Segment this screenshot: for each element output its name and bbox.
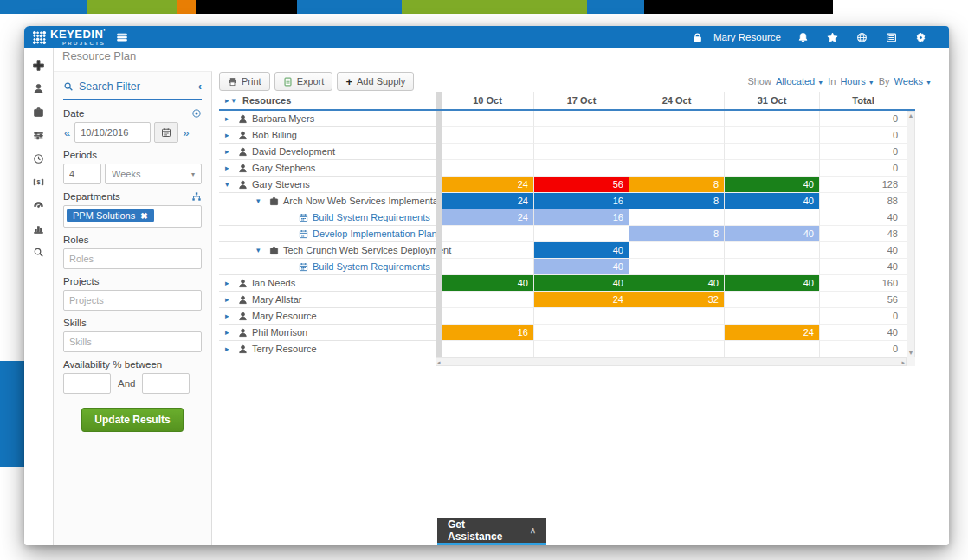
- availability-max-input[interactable]: [142, 373, 190, 394]
- allocation-cell[interactable]: [442, 111, 534, 127]
- scroll-left-icon[interactable]: ◂: [436, 358, 442, 366]
- allocation-cell[interactable]: 40: [534, 242, 629, 259]
- allocation-cell[interactable]: [534, 226, 629, 242]
- add-icon[interactable]: [24, 54, 53, 77]
- allocation-cell[interactable]: [629, 259, 725, 275]
- app-logo[interactable]: KEYEDIN’ PROJECTS: [32, 29, 106, 46]
- allocation-cell[interactable]: [725, 160, 820, 177]
- allocation-cell[interactable]: [442, 259, 534, 275]
- allocation-cell[interactable]: [534, 341, 629, 357]
- allocation-cell[interactable]: [629, 127, 725, 144]
- expand-caret-icon[interactable]: ▸: [225, 312, 238, 320]
- allocation-cell[interactable]: [725, 144, 820, 160]
- allocation-cell[interactable]: [442, 226, 534, 242]
- column-header[interactable]: 24 Oct: [629, 92, 725, 109]
- row-label-cell[interactable]: ▾Tech Crunch Web Services Deployment: [219, 242, 436, 259]
- lock-icon[interactable]: [682, 32, 712, 43]
- allocation-cell[interactable]: 16: [442, 325, 534, 341]
- bell-icon[interactable]: [788, 32, 817, 43]
- row-label[interactable]: Build System Requirements: [313, 261, 430, 272]
- prev-period-button[interactable]: «: [63, 126, 71, 139]
- date-options-icon[interactable]: [191, 108, 202, 119]
- allocation-cell[interactable]: [725, 209, 820, 226]
- allocation-cell[interactable]: 24: [442, 193, 534, 209]
- allocation-cell[interactable]: [725, 127, 820, 144]
- dashboard-icon[interactable]: [24, 194, 53, 217]
- expand-caret-icon[interactable]: ▸: [225, 328, 238, 337]
- allocation-cell[interactable]: [534, 127, 629, 144]
- list-icon[interactable]: [876, 32, 906, 43]
- filters-icon[interactable]: [24, 124, 53, 147]
- projects-input[interactable]: [63, 290, 202, 311]
- row-label-cell[interactable]: ▸Mary Allstar: [219, 292, 436, 308]
- scroll-down-icon[interactable]: ▼: [907, 349, 915, 357]
- allocation-cell[interactable]: 32: [629, 292, 725, 308]
- row-label-cell[interactable]: ▸David Development: [219, 144, 436, 160]
- add-supply-button[interactable]: + Add Supply: [337, 72, 414, 91]
- menu-icon[interactable]: [116, 31, 128, 43]
- allocation-cell[interactable]: [442, 242, 534, 259]
- allocated-dropdown[interactable]: Allocated ▼: [776, 76, 823, 87]
- skills-input[interactable]: [63, 331, 202, 352]
- row-label-cell[interactable]: Build System Requirements: [219, 259, 436, 275]
- allocation-cell[interactable]: 40: [725, 275, 820, 292]
- get-assistance-button[interactable]: Get Assistance ∧: [437, 518, 546, 545]
- row-label-cell[interactable]: ▸Barbara Myers: [219, 111, 436, 127]
- expand-caret-icon[interactable]: ▸: [225, 344, 238, 353]
- reports-icon[interactable]: [24, 217, 53, 241]
- allocation-cell[interactable]: [442, 292, 534, 308]
- resources-header[interactable]: ▸ ▾ Resources: [219, 92, 436, 109]
- star-icon[interactable]: [817, 32, 847, 43]
- allocation-cell[interactable]: 16: [534, 209, 629, 226]
- allocation-cell[interactable]: [629, 341, 725, 357]
- allocation-cell[interactable]: [442, 144, 534, 160]
- collapse-panel-icon[interactable]: ‹: [198, 80, 202, 93]
- allocation-cell[interactable]: [534, 160, 629, 177]
- scroll-up-icon[interactable]: ▲: [907, 112, 915, 119]
- row-label-cell[interactable]: ▸Terry Resource: [219, 341, 436, 357]
- collapse-caret-icon[interactable]: ▾: [256, 196, 269, 205]
- availability-min-input[interactable]: [63, 373, 111, 394]
- allocation-cell[interactable]: 16: [534, 193, 629, 209]
- allocation-cell[interactable]: 8: [629, 226, 725, 242]
- roles-input[interactable]: [63, 248, 202, 269]
- allocation-cell[interactable]: 8: [629, 177, 725, 193]
- column-splitter[interactable]: [436, 92, 442, 109]
- expand-caret-icon[interactable]: ▸: [225, 164, 238, 172]
- expand-all-icon[interactable]: ▸: [225, 96, 229, 105]
- row-label-cell[interactable]: ▸Gary Stephens: [219, 160, 436, 177]
- print-button[interactable]: Print: [219, 72, 270, 91]
- row-label-cell[interactable]: ▸Bob Billing: [219, 127, 436, 144]
- allocation-cell[interactable]: [629, 160, 725, 177]
- hours-dropdown[interactable]: Hours ▼: [840, 76, 874, 87]
- allocation-cell[interactable]: 56: [534, 177, 629, 193]
- hierarchy-icon[interactable]: [191, 191, 202, 202]
- vertical-scrollbar[interactable]: ▲ ▼: [907, 111, 915, 357]
- column-header[interactable]: 17 Oct: [534, 92, 629, 109]
- weeks-dropdown[interactable]: Weeks ▼: [894, 76, 932, 87]
- allocation-cell[interactable]: 24: [725, 325, 820, 341]
- allocation-cell[interactable]: 40: [725, 177, 820, 193]
- column-header[interactable]: 10 Oct: [442, 92, 534, 109]
- allocation-cell[interactable]: [725, 242, 820, 259]
- row-label-cell[interactable]: ▾Arch Now Web Services Implementation: [219, 193, 436, 209]
- row-label[interactable]: Develop Implementation Plan: [313, 229, 437, 239]
- horizontal-scrollbar[interactable]: ◂ ▸: [436, 357, 907, 366]
- collapse-caret-icon[interactable]: ▾: [256, 246, 269, 254]
- gear-icon[interactable]: [906, 32, 935, 43]
- allocation-cell[interactable]: 24: [442, 177, 534, 193]
- allocation-cell[interactable]: [629, 111, 725, 127]
- allocation-cell[interactable]: 40: [629, 275, 725, 292]
- user-name[interactable]: Mary Resource: [713, 32, 781, 42]
- expand-caret-icon[interactable]: ▸: [225, 147, 238, 156]
- allocation-cell[interactable]: [534, 308, 629, 325]
- allocation-cell[interactable]: 40: [442, 275, 534, 292]
- departments-input[interactable]: PPM Solutions ✖: [63, 205, 202, 228]
- row-label-cell[interactable]: Build System Requirements: [219, 209, 436, 226]
- remove-tag-icon[interactable]: ✖: [140, 211, 147, 221]
- row-label-cell[interactable]: Develop Implementation Plan: [219, 226, 436, 242]
- allocation-cell[interactable]: 24: [442, 209, 534, 226]
- row-label[interactable]: Build System Requirements: [313, 212, 430, 222]
- date-input[interactable]: [74, 122, 151, 143]
- export-button[interactable]: Export: [274, 72, 333, 91]
